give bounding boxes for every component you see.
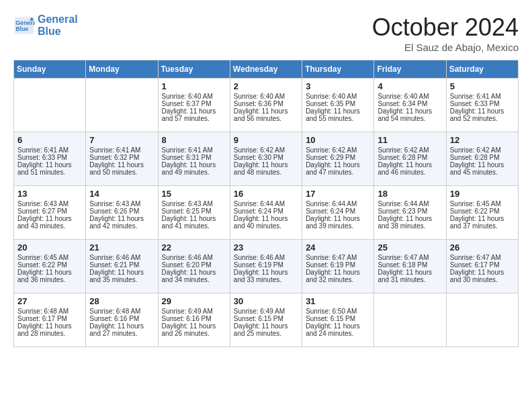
- weekday-header-thursday: Thursday: [302, 60, 374, 79]
- day-number: 15: [162, 189, 226, 199]
- weekday-header-friday: Friday: [374, 60, 446, 79]
- calendar-cell: 25Sunrise: 6:47 AMSunset: 6:18 PMDayligh…: [374, 240, 446, 293]
- sunset-text: Sunset: 6:26 PM: [89, 208, 154, 215]
- day-number: 20: [17, 242, 82, 253]
- sunrise-text: Sunrise: 6:47 AM: [306, 254, 370, 261]
- week-row-2: 6Sunrise: 6:41 AMSunset: 6:33 PMDaylight…: [14, 132, 519, 186]
- sunrise-text: Sunrise: 6:43 AM: [17, 200, 82, 208]
- daylight-text: Daylight: 11 hours and 47 minutes.: [306, 161, 370, 176]
- daylight-text: Daylight: 11 hours and 34 minutes.: [162, 269, 226, 283]
- weekday-header-saturday: Saturday: [446, 60, 518, 79]
- sunrise-text: Sunrise: 6:45 AM: [17, 254, 82, 261]
- calendar-cell: 3Sunrise: 6:40 AMSunset: 6:35 PMDaylight…: [302, 79, 374, 132]
- sunrise-text: Sunrise: 6:42 AM: [306, 146, 370, 154]
- daylight-text: Daylight: 11 hours and 30 minutes.: [450, 269, 515, 283]
- calendar-cell: 27Sunrise: 6:48 AMSunset: 6:17 PMDayligh…: [14, 293, 86, 347]
- calendar-cell: 9Sunrise: 6:42 AMSunset: 6:30 PMDaylight…: [230, 132, 302, 186]
- title-block: October 2024 El Sauz de Abajo, Mexico: [372, 13, 519, 53]
- day-number: 26: [450, 242, 515, 253]
- sunset-text: Sunset: 6:19 PM: [306, 261, 370, 269]
- sunrise-text: Sunrise: 6:40 AM: [162, 93, 226, 100]
- sunset-text: Sunset: 6:20 PM: [162, 261, 226, 269]
- day-number: 12: [450, 135, 515, 145]
- sunset-text: Sunset: 6:22 PM: [450, 208, 515, 215]
- daylight-text: Daylight: 11 hours and 26 minutes.: [162, 322, 226, 337]
- sunrise-text: Sunrise: 6:50 AM: [306, 308, 370, 315]
- sunset-text: Sunset: 6:33 PM: [450, 100, 515, 107]
- daylight-text: Daylight: 11 hours and 28 minutes.: [17, 322, 82, 337]
- daylight-text: Daylight: 11 hours and 33 minutes.: [234, 269, 298, 283]
- calendar-cell: 6Sunrise: 6:41 AMSunset: 6:33 PMDaylight…: [14, 132, 86, 186]
- calendar-cell: 20Sunrise: 6:45 AMSunset: 6:22 PMDayligh…: [14, 240, 86, 293]
- day-number: 8: [162, 135, 226, 145]
- sunset-text: Sunset: 6:15 PM: [306, 315, 370, 322]
- day-number: 14: [89, 189, 154, 199]
- calendar-cell: 13Sunrise: 6:43 AMSunset: 6:27 PMDayligh…: [14, 186, 86, 240]
- sunrise-text: Sunrise: 6:45 AM: [450, 200, 515, 208]
- daylight-text: Daylight: 11 hours and 32 minutes.: [306, 269, 370, 283]
- sunset-text: Sunset: 6:17 PM: [17, 315, 82, 322]
- calendar-cell: 11Sunrise: 6:42 AMSunset: 6:28 PMDayligh…: [374, 132, 446, 186]
- day-number: 19: [450, 189, 515, 199]
- day-number: 24: [306, 242, 370, 253]
- daylight-text: Daylight: 11 hours and 54 minutes.: [378, 107, 442, 122]
- daylight-text: Daylight: 11 hours and 36 minutes.: [17, 269, 82, 283]
- calendar-table: SundayMondayTuesdayWednesdayThursdayFrid…: [13, 60, 519, 347]
- logo-icon: General Blue: [13, 16, 35, 35]
- sunset-text: Sunset: 6:28 PM: [378, 154, 442, 161]
- daylight-text: Daylight: 11 hours and 56 minutes.: [234, 107, 298, 122]
- sunset-text: Sunset: 6:15 PM: [234, 315, 298, 322]
- sunrise-text: Sunrise: 6:47 AM: [450, 254, 515, 261]
- sunset-text: Sunset: 6:27 PM: [17, 208, 82, 215]
- sunset-text: Sunset: 6:31 PM: [162, 154, 226, 161]
- daylight-text: Daylight: 11 hours and 55 minutes.: [306, 107, 370, 122]
- daylight-text: Daylight: 11 hours and 38 minutes.: [378, 215, 442, 230]
- month-title: October 2024: [372, 13, 519, 42]
- sunrise-text: Sunrise: 6:42 AM: [234, 146, 298, 154]
- day-number: 3: [306, 81, 370, 91]
- sunrise-text: Sunrise: 6:41 AM: [17, 146, 82, 154]
- calendar-cell: 17Sunrise: 6:44 AMSunset: 6:24 PMDayligh…: [302, 186, 374, 240]
- week-row-1: 1Sunrise: 6:40 AMSunset: 6:37 PMDaylight…: [14, 79, 519, 132]
- sunrise-text: Sunrise: 6:41 AM: [450, 93, 515, 100]
- daylight-text: Daylight: 11 hours and 57 minutes.: [162, 107, 226, 122]
- day-number: 1: [162, 81, 226, 91]
- day-number: 30: [234, 296, 298, 306]
- calendar-cell: 5Sunrise: 6:41 AMSunset: 6:33 PMDaylight…: [446, 79, 518, 132]
- sunset-text: Sunset: 6:16 PM: [89, 315, 154, 322]
- sunset-text: Sunset: 6:37 PM: [162, 100, 226, 107]
- sunrise-text: Sunrise: 6:48 AM: [89, 308, 154, 315]
- sunset-text: Sunset: 6:21 PM: [89, 261, 154, 269]
- calendar-cell: 7Sunrise: 6:41 AMSunset: 6:32 PMDaylight…: [86, 132, 158, 186]
- sunrise-text: Sunrise: 6:47 AM: [378, 254, 442, 261]
- calendar-cell: 24Sunrise: 6:47 AMSunset: 6:19 PMDayligh…: [302, 240, 374, 293]
- daylight-text: Daylight: 11 hours and 27 minutes.: [89, 322, 154, 337]
- calendar-cell: 30Sunrise: 6:49 AMSunset: 6:15 PMDayligh…: [230, 293, 302, 347]
- daylight-text: Daylight: 11 hours and 37 minutes.: [450, 215, 515, 230]
- day-number: 4: [378, 81, 442, 91]
- weekday-header-tuesday: Tuesday: [158, 60, 230, 79]
- calendar-cell: 1Sunrise: 6:40 AMSunset: 6:37 PMDaylight…: [158, 79, 230, 132]
- calendar-cell: 15Sunrise: 6:43 AMSunset: 6:25 PMDayligh…: [158, 186, 230, 240]
- page-header: General Blue General Blue October 2024 E…: [13, 13, 519, 53]
- logo-blue: Blue: [38, 26, 78, 38]
- sunset-text: Sunset: 6:24 PM: [234, 208, 298, 215]
- calendar-cell: 21Sunrise: 6:46 AMSunset: 6:21 PMDayligh…: [86, 240, 158, 293]
- sunrise-text: Sunrise: 6:40 AM: [378, 93, 442, 100]
- day-number: 6: [17, 135, 82, 145]
- daylight-text: Daylight: 11 hours and 45 minutes.: [450, 161, 515, 176]
- sunrise-text: Sunrise: 6:42 AM: [450, 146, 515, 154]
- week-row-4: 20Sunrise: 6:45 AMSunset: 6:22 PMDayligh…: [14, 240, 519, 293]
- sunrise-text: Sunrise: 6:46 AM: [162, 254, 226, 261]
- day-number: 7: [89, 135, 154, 145]
- calendar-cell: 19Sunrise: 6:45 AMSunset: 6:22 PMDayligh…: [446, 186, 518, 240]
- daylight-text: Daylight: 11 hours and 41 minutes.: [162, 215, 226, 230]
- day-number: 29: [162, 296, 226, 306]
- sunset-text: Sunset: 6:18 PM: [378, 261, 442, 269]
- day-number: 23: [234, 242, 298, 253]
- daylight-text: Daylight: 11 hours and 24 minutes.: [306, 322, 370, 337]
- calendar-cell: [86, 79, 158, 132]
- sunset-text: Sunset: 6:28 PM: [450, 154, 515, 161]
- calendar-cell: 29Sunrise: 6:49 AMSunset: 6:16 PMDayligh…: [158, 293, 230, 347]
- week-row-3: 13Sunrise: 6:43 AMSunset: 6:27 PMDayligh…: [14, 186, 519, 240]
